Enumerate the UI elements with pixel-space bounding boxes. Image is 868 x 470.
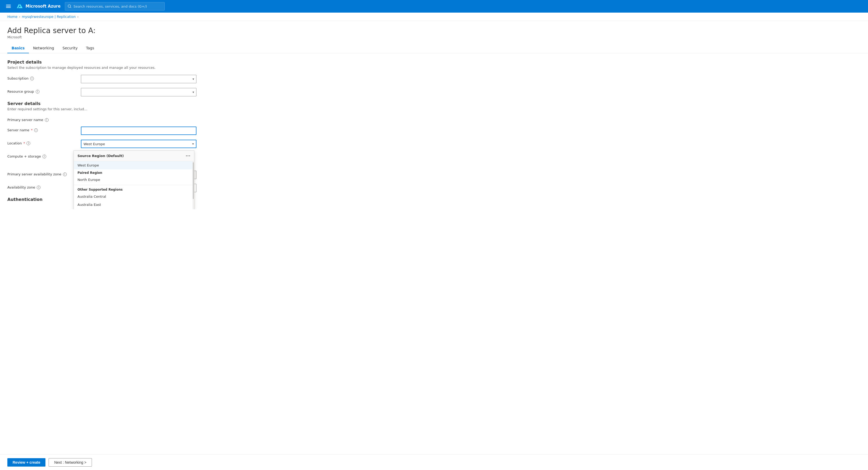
tab-tags[interactable]: Tags — [82, 43, 98, 53]
location-row: Location * i West Europe ▾ — [7, 140, 861, 148]
compute-label: Compute + storage i — [7, 153, 81, 158]
location-required: * — [23, 141, 25, 145]
location-select[interactable]: West Europe ▾ — [81, 140, 196, 148]
resource-group-row: Resource group i ▾ — [7, 88, 861, 96]
location-label: Location * i — [7, 140, 81, 145]
content-area: Project details Select the subscription … — [0, 53, 868, 209]
server-name-label: Server name * i — [7, 127, 81, 132]
subscription-chevron: ▾ — [192, 77, 194, 81]
next-networking-button[interactable]: Next : Networking > — [49, 458, 92, 467]
server-details-desc: Enter required settings for this server,… — [7, 107, 861, 111]
dropdown-item-au-central[interactable]: Australia Central — [74, 192, 194, 200]
server-name-input[interactable] — [81, 127, 196, 135]
server-name-control — [81, 127, 196, 135]
resource-group-label: Resource group i — [7, 88, 81, 93]
page-subtitle: Microsoft — [7, 35, 861, 39]
breadcrumb-sep-2: › — [77, 15, 79, 19]
svg-rect-2 — [6, 7, 11, 8]
location-control: West Europe ▾ — [81, 140, 196, 148]
server-name-info-icon[interactable]: i — [34, 128, 38, 132]
primary-zone-info-icon[interactable]: i — [63, 173, 67, 176]
resource-group-select-wrapper: ▾ — [81, 88, 196, 96]
server-details-title: Server details — [7, 101, 861, 106]
server-name-row: Server name * i — [7, 127, 861, 135]
breadcrumb: Home › mysqlrwesteurope | Replication › — [0, 12, 868, 21]
page-header: Add Replica server to A: Microsoft — [0, 21, 868, 39]
svg-rect-1 — [6, 6, 11, 6]
primary-zone-label: Primary server availability zone i — [7, 171, 81, 176]
resource-group-info-icon[interactable]: i — [36, 90, 39, 93]
svg-line-6 — [70, 7, 71, 8]
server-name-required: * — [31, 128, 33, 132]
dropdown-more-options[interactable]: ··· — [186, 153, 190, 158]
primary-server-name-row: Primary server name i — [7, 116, 861, 122]
breadcrumb-replication[interactable]: mysqlrwesteurope | Replication — [22, 15, 75, 19]
dropdown-item-north-europe[interactable]: North Europe — [74, 176, 194, 184]
location-dropdown[interactable]: Source Region (Default) ··· West Europe … — [73, 151, 194, 209]
dropdown-scrollbar[interactable] — [192, 161, 194, 209]
dropdown-list: West Europe Paired Region North Europe O… — [74, 161, 194, 209]
search-bar[interactable]: Search resources, services, and docs (G+… — [65, 2, 165, 10]
dropdown-item-au-southeast[interactable]: Australia Southeast — [74, 209, 194, 209]
azure-logo: Microsoft Azure — [17, 3, 61, 9]
subscription-select-wrapper: ▾ — [81, 75, 196, 83]
tab-bar: Basics Networking Security Tags — [0, 43, 868, 53]
location-info-icon[interactable]: i — [27, 142, 30, 145]
breadcrumb-sep-1: › — [19, 15, 20, 19]
tab-basics[interactable]: Basics — [7, 43, 29, 53]
resource-group-control: ▾ — [81, 88, 196, 96]
availability-zone-label: Availability zone i — [7, 184, 81, 189]
dropdown-item-au-east[interactable]: Australia East — [74, 200, 194, 209]
project-details-title: Project details — [7, 60, 861, 65]
primary-server-name-label: Primary server name i — [7, 116, 81, 122]
location-select-wrapper: West Europe ▾ — [81, 140, 196, 148]
dropdown-group-other: Other Supported Regions — [74, 186, 194, 192]
tab-security[interactable]: Security — [58, 43, 82, 53]
svg-point-5 — [68, 5, 71, 7]
availability-zone-info-icon[interactable]: i — [37, 186, 40, 189]
subscription-info-icon[interactable]: i — [30, 77, 34, 80]
primary-server-name-info-icon[interactable]: i — [45, 118, 49, 122]
subscription-control: ▾ — [81, 75, 196, 83]
tab-networking[interactable]: Networking — [29, 43, 58, 53]
compute-info-icon[interactable]: i — [42, 155, 46, 158]
resource-group-chevron: ▾ — [192, 90, 194, 94]
breadcrumb-home[interactable]: Home — [7, 15, 17, 19]
topbar: Microsoft Azure Search resources, servic… — [0, 0, 868, 12]
subscription-label: Subscription i — [7, 75, 81, 80]
page-title: Add Replica server to A: — [7, 26, 861, 35]
hamburger-menu[interactable] — [4, 2, 12, 10]
subscription-select[interactable]: ▾ — [81, 75, 196, 83]
dropdown-header: Source Region (Default) ··· — [74, 151, 194, 161]
resource-group-select[interactable]: ▾ — [81, 88, 196, 96]
svg-rect-0 — [6, 5, 11, 5]
dropdown-item-west-europe[interactable]: West Europe — [74, 161, 194, 169]
review-create-button[interactable]: Review + create — [7, 458, 45, 467]
project-details-desc: Select the subscription to manage deploy… — [7, 66, 861, 70]
dropdown-group-paired: Paired Region — [74, 169, 194, 176]
bottom-bar: Review + create Next : Networking > — [0, 454, 868, 470]
subscription-row: Subscription i ▾ — [7, 75, 861, 83]
dropdown-scrollbar-thumb — [193, 162, 194, 199]
location-chevron: ▾ — [192, 142, 194, 146]
